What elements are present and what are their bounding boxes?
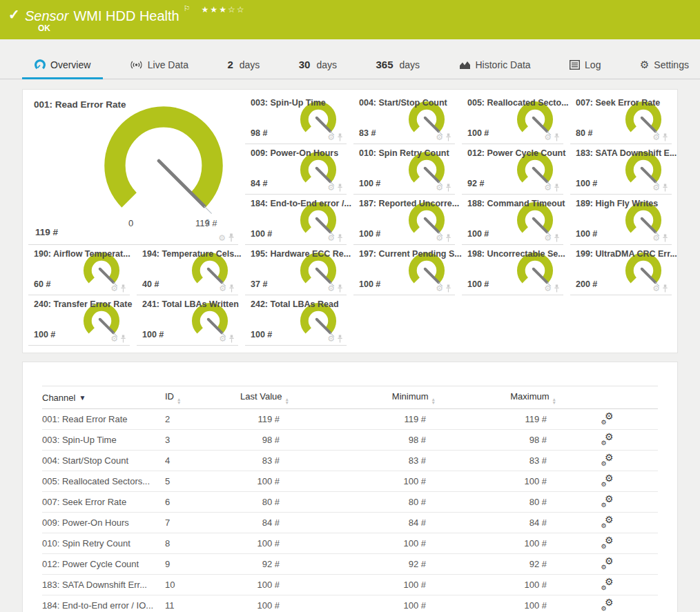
pin-icon[interactable] xyxy=(662,184,668,192)
channel-gauge[interactable]: 241: Total LBAs Written 100 # ⚙ xyxy=(137,295,238,346)
column-header-id[interactable]: ID▲▼ xyxy=(165,386,234,409)
column-header-last-value[interactable]: Last Value▲▼ xyxy=(234,386,289,409)
channel-settings-gear-icon[interactable]: ⚙ xyxy=(652,234,660,242)
edit-channel-gears-icon[interactable]: ⚙⚙ xyxy=(601,557,614,569)
tab-live-data[interactable]: Live Data xyxy=(128,59,190,79)
channel-gauge[interactable]: 007: Seek Error Rate 80 # ⚙ xyxy=(570,94,672,144)
pin-icon[interactable] xyxy=(337,234,343,242)
channel-gauge[interactable]: 199: UltraDMA CRC Err... 200 # ⚙ xyxy=(570,245,672,295)
channel-gauge[interactable]: 198: Uncorrectable Se... 100 # ⚙ xyxy=(462,245,563,295)
pin-icon[interactable] xyxy=(554,133,560,141)
table-row[interactable]: 004: Start/Stop Count 4 83 # 83 # 83 # ⚙… xyxy=(42,451,658,471)
tab-overview[interactable]: Overview xyxy=(33,59,92,79)
pin-icon[interactable] xyxy=(337,184,343,192)
pin-icon[interactable] xyxy=(662,133,668,141)
edit-channel-gears-icon[interactable]: ⚙⚙ xyxy=(601,599,614,611)
channel-settings-gear-icon[interactable]: ⚙ xyxy=(327,335,335,343)
channel-gauge[interactable]: 010: Spin Retry Count 100 # ⚙ xyxy=(353,144,455,195)
pin-icon[interactable] xyxy=(554,184,560,192)
channel-settings-gear-icon[interactable]: ⚙ xyxy=(436,133,443,141)
tab-settings[interactable]: ⚙ Settings xyxy=(639,59,690,79)
channel-gauge[interactable]: 188: Command Timeout 100 # ⚙ xyxy=(462,195,563,245)
column-header-maximum[interactable]: Maximum▲▼ xyxy=(436,386,556,409)
pin-icon[interactable] xyxy=(120,335,126,343)
channel-settings-gear-icon[interactable]: ⚙ xyxy=(544,133,552,141)
channel-settings-gear-icon[interactable]: ⚙ xyxy=(652,133,660,141)
table-row[interactable]: 183: SATA Downshift Err... 10 100 # 100 … xyxy=(42,575,658,595)
channel-settings-gear-icon[interactable]: ⚙ xyxy=(544,234,552,242)
channel-settings-gear-icon[interactable]: ⚙ xyxy=(327,133,335,141)
channel-settings-gear-icon[interactable]: ⚙ xyxy=(436,184,443,192)
channel-settings-gear-icon[interactable]: ⚙ xyxy=(652,184,660,192)
tab-log[interactable]: Log xyxy=(568,59,602,79)
tab-30-days[interactable]: 30 days xyxy=(298,59,338,79)
pin-icon[interactable] xyxy=(445,133,451,141)
primary-channel-gauge[interactable]: 001: Read Error Rate x̄ 0 119 # 119 # ⚙ xyxy=(28,94,238,245)
channel-gauge[interactable]: 009: Power-On Hours 84 # ⚙ xyxy=(245,144,347,195)
priority-flag-icon[interactable]: ⚐ xyxy=(184,4,191,12)
table-row[interactable]: 003: Spin-Up Time 3 98 # 98 # 98 # ⚙⚙ xyxy=(42,430,658,451)
channel-gauge[interactable]: 005: Reallocated Secto... 100 # ⚙ xyxy=(462,94,563,144)
channel-gauge[interactable]: 240: Transfer Error Rate 100 # ⚙ xyxy=(28,295,130,346)
channel-gauge[interactable]: 003: Spin-Up Time 98 # ⚙ xyxy=(245,94,347,144)
table-row[interactable]: 007: Seek Error Rate 6 80 # 80 # 80 # ⚙⚙ xyxy=(42,492,658,513)
edit-channel-gears-icon[interactable]: ⚙⚙ xyxy=(601,433,614,445)
pin-icon[interactable] xyxy=(337,284,343,293)
tab-historic-data[interactable]: Historic Data xyxy=(458,59,532,79)
edit-channel-gears-icon[interactable]: ⚙⚙ xyxy=(601,475,614,486)
edit-channel-gears-icon[interactable]: ⚙⚙ xyxy=(601,454,614,466)
channel-settings-gear-icon[interactable]: ⚙ xyxy=(110,284,118,293)
edit-channel-gears-icon[interactable]: ⚙⚙ xyxy=(601,516,614,528)
tab-2-days[interactable]: 2 days xyxy=(226,59,261,79)
edit-channel-gears-icon[interactable]: ⚙⚙ xyxy=(601,495,614,507)
pin-icon[interactable] xyxy=(445,284,451,293)
channel-settings-gear-icon[interactable]: ⚙ xyxy=(544,184,552,192)
channel-gauge[interactable]: 004: Start/Stop Count 83 # ⚙ xyxy=(353,94,455,144)
tab-365-days[interactable]: 365 days xyxy=(374,59,421,79)
channel-gauge[interactable]: 197: Current Pending S... 100 # ⚙ xyxy=(353,245,455,295)
channel-gauge[interactable]: 195: Hardware ECC Re... 37 # ⚙ xyxy=(245,245,347,295)
edit-channel-gears-icon[interactable]: ⚙⚙ xyxy=(601,413,614,424)
channel-gauge[interactable]: 187: Reported Uncorre... 100 # ⚙ xyxy=(353,195,455,245)
channel-settings-gear-icon[interactable]: ⚙ xyxy=(218,234,226,242)
pin-icon[interactable] xyxy=(337,133,343,141)
table-row[interactable]: 005: Reallocated Sectors... 5 100 # 100 … xyxy=(42,471,658,492)
channel-settings-gear-icon[interactable]: ⚙ xyxy=(652,284,660,293)
pin-icon[interactable] xyxy=(554,284,560,293)
channel-settings-gear-icon[interactable]: ⚙ xyxy=(327,284,335,293)
table-row[interactable]: 009: Power-On Hours 7 84 # 84 # 84 # ⚙⚙ xyxy=(42,513,658,533)
table-row[interactable]: 010: Spin Retry Count 8 100 # 100 # 100 … xyxy=(42,533,658,554)
channel-gauge[interactable]: 194: Temperature Cels... 40 # ⚙ xyxy=(137,245,238,295)
channel-settings-gear-icon[interactable]: ⚙ xyxy=(544,284,552,293)
table-row[interactable]: 001: Read Error Rate 2 119 # 119 # 119 #… xyxy=(42,409,658,430)
channel-gauge[interactable]: 012: Power Cycle Count 92 # ⚙ xyxy=(462,144,563,195)
channel-settings-gear-icon[interactable]: ⚙ xyxy=(219,335,226,343)
channel-settings-gear-icon[interactable]: ⚙ xyxy=(327,184,335,192)
pin-icon[interactable] xyxy=(662,284,668,293)
channel-gauge[interactable]: 189: High Fly Writes 100 # ⚙ xyxy=(570,195,672,245)
pin-icon[interactable] xyxy=(554,234,560,242)
pin-icon[interactable] xyxy=(662,234,668,242)
channel-settings-gear-icon[interactable]: ⚙ xyxy=(327,234,335,242)
priority-stars[interactable]: ★★★☆☆ xyxy=(202,5,246,14)
channel-settings-gear-icon[interactable]: ⚙ xyxy=(436,284,443,293)
table-row[interactable]: 012: Power Cycle Count 9 92 # 92 # 92 # … xyxy=(42,554,658,575)
pin-icon[interactable] xyxy=(228,233,235,242)
pin-icon[interactable] xyxy=(120,284,126,293)
channel-gauge[interactable]: 190: Airflow Temperat... 60 # ⚙ xyxy=(28,245,130,295)
pin-icon[interactable] xyxy=(229,335,235,343)
table-row[interactable]: 184: End-to-End error / IO... 11 100 # 1… xyxy=(42,595,658,612)
channel-settings-gear-icon[interactable]: ⚙ xyxy=(436,234,443,242)
channel-settings-gear-icon[interactable]: ⚙ xyxy=(219,284,226,293)
channel-settings-gear-icon[interactable]: ⚙ xyxy=(110,335,118,343)
channel-gauge[interactable]: 242: Total LBAs Read 100 # ⚙ xyxy=(245,295,347,346)
channel-gauge[interactable]: 184: End-to-End error /... 100 # ⚙ xyxy=(245,195,347,245)
pin-icon[interactable] xyxy=(337,335,343,343)
channel-gauge[interactable]: 183: SATA Downshift E... 100 # ⚙ xyxy=(570,144,672,195)
pin-icon[interactable] xyxy=(229,284,235,293)
pin-icon[interactable] xyxy=(445,184,451,192)
edit-channel-gears-icon[interactable]: ⚙⚙ xyxy=(601,578,614,590)
edit-channel-gears-icon[interactable]: ⚙⚙ xyxy=(601,537,614,549)
pin-icon[interactable] xyxy=(445,234,451,242)
column-header-channel[interactable]: Channel▼ xyxy=(42,386,165,409)
